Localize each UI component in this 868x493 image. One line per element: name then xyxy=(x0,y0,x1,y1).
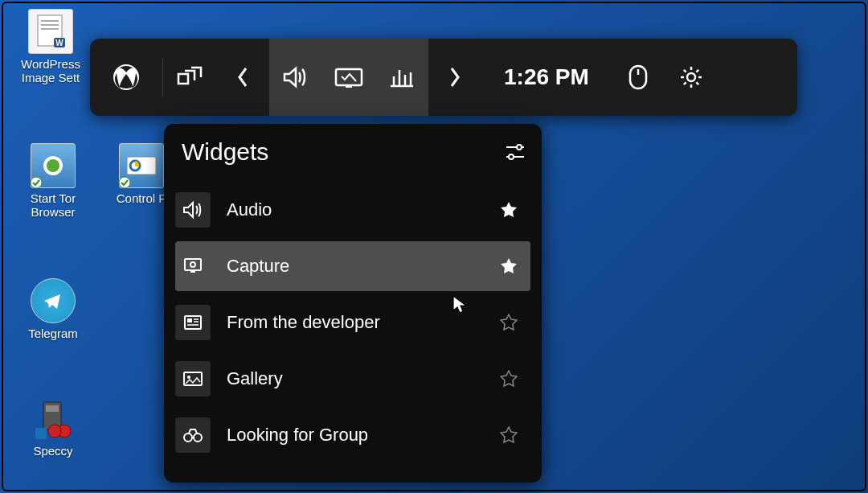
star-filled-icon[interactable] xyxy=(500,201,518,219)
svg-rect-13 xyxy=(46,405,59,412)
svg-point-16 xyxy=(48,425,61,438)
capture-icon xyxy=(175,249,211,284)
svg-rect-1 xyxy=(41,20,59,22)
widgets-panel: Widgets Audio Capture From the developer xyxy=(164,124,542,483)
widget-item-developer[interactable]: From the developer xyxy=(175,298,530,347)
svg-point-45 xyxy=(184,433,192,442)
next-button[interactable] xyxy=(428,39,481,116)
svg-rect-19 xyxy=(346,86,352,88)
svg-point-34 xyxy=(509,154,514,159)
widgets-settings-button[interactable] xyxy=(505,143,526,161)
svg-rect-39 xyxy=(187,318,192,323)
chevron-left-icon xyxy=(235,65,251,89)
desktop-icon-label: Start Tor Browser xyxy=(18,191,88,219)
xbox-button[interactable] xyxy=(90,39,162,116)
svg-point-7 xyxy=(47,159,59,172)
audio-icon xyxy=(281,65,310,89)
widget-item-label: Audio xyxy=(227,199,484,220)
desktop-icon-label: Speccy xyxy=(18,444,88,458)
capture-icon xyxy=(334,65,364,89)
widget-item-label: From the developer xyxy=(227,312,484,333)
xbox-icon xyxy=(112,63,141,92)
svg-point-33 xyxy=(517,145,522,150)
desktop-icon-telegram[interactable]: Telegram xyxy=(18,278,88,340)
svg-rect-3 xyxy=(41,28,59,30)
mouse-icon xyxy=(628,64,649,91)
svg-text:W: W xyxy=(55,39,63,47)
widget-item-capture[interactable]: Capture xyxy=(175,241,530,291)
chevron-right-icon xyxy=(447,65,463,89)
desktop-icon-label: WordPress Image Sett xyxy=(15,57,86,84)
svg-point-22 xyxy=(687,73,695,81)
binoculars-icon xyxy=(175,417,211,453)
svg-point-36 xyxy=(190,262,195,267)
widgets-icon xyxy=(175,66,204,88)
svg-rect-35 xyxy=(185,259,201,270)
widgets-title: Widgets xyxy=(182,138,268,166)
widgets-header: Widgets xyxy=(175,138,530,185)
active-tools-group xyxy=(269,39,428,116)
gear-icon xyxy=(679,65,703,89)
svg-point-44 xyxy=(187,376,190,379)
audio-icon xyxy=(175,192,211,228)
widget-item-audio[interactable]: Audio xyxy=(175,185,530,235)
telegram-icon xyxy=(31,278,76,323)
widget-item-label: Capture xyxy=(227,256,484,277)
gallery-icon xyxy=(175,361,211,396)
xbox-game-bar: 1:26 PM xyxy=(90,39,797,116)
star-outline-icon[interactable] xyxy=(500,370,518,388)
desktop-icon-speccy[interactable]: Speccy xyxy=(18,396,88,458)
widget-item-lfg[interactable]: Looking for Group xyxy=(175,410,530,460)
widgets-button[interactable] xyxy=(163,39,216,116)
shortcut-icon xyxy=(119,143,164,188)
svg-line-30 xyxy=(696,70,698,72)
desktop-icon-wordpress[interactable]: W WordPress Image Sett xyxy=(15,9,86,84)
svg-rect-2 xyxy=(41,24,59,26)
widget-item-label: Gallery xyxy=(227,368,484,389)
capture-button[interactable] xyxy=(322,39,375,116)
news-icon xyxy=(175,305,211,340)
svg-point-46 xyxy=(194,433,202,442)
prev-button[interactable] xyxy=(216,39,269,116)
clock: 1:26 PM xyxy=(481,64,612,90)
shortcut-icon xyxy=(31,143,76,188)
svg-line-27 xyxy=(684,70,686,72)
document-icon: W xyxy=(28,9,73,54)
star-outline-icon[interactable] xyxy=(500,426,518,444)
settings-button[interactable] xyxy=(665,39,718,116)
performance-button[interactable] xyxy=(375,39,428,116)
desktop-icon-label: Telegram xyxy=(18,327,88,340)
svg-point-11 xyxy=(119,177,130,188)
speccy-icon xyxy=(31,396,76,441)
svg-rect-14 xyxy=(35,428,47,439)
svg-rect-18 xyxy=(336,69,362,85)
svg-line-28 xyxy=(696,82,698,84)
widget-item-gallery[interactable]: Gallery xyxy=(175,354,530,404)
desktop-icon-tor[interactable]: Start Tor Browser xyxy=(18,143,88,219)
svg-point-8 xyxy=(31,177,42,188)
star-outline-icon[interactable] xyxy=(500,314,518,331)
mouse-button[interactable] xyxy=(612,39,665,116)
audio-button[interactable] xyxy=(269,39,322,116)
svg-line-29 xyxy=(684,82,686,84)
svg-rect-37 xyxy=(190,271,195,273)
star-filled-icon[interactable] xyxy=(500,257,518,275)
sliders-icon xyxy=(505,143,526,161)
performance-icon xyxy=(388,65,416,89)
widget-item-label: Looking for Group xyxy=(227,425,484,446)
